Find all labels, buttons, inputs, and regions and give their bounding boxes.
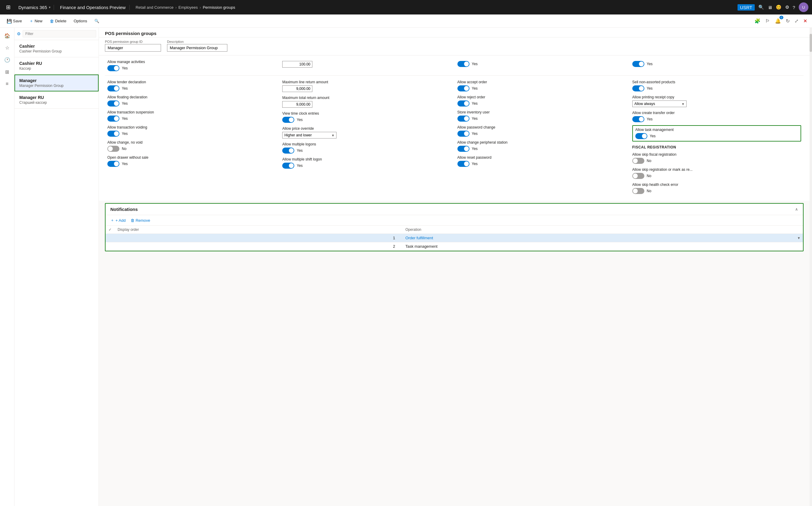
search-action-button[interactable]: 🔍	[91, 17, 102, 25]
perm-open-drawer-toggle[interactable]	[107, 161, 119, 167]
monitor-icon[interactable]: 🖥	[768, 5, 772, 10]
list-item-manager-ru[interactable]: Manager RU Старший кассир	[14, 91, 99, 109]
star-icon[interactable]: ☆	[2, 42, 13, 53]
refresh-icon[interactable]: ↻	[785, 17, 791, 25]
notif-row-1[interactable]: 1 Order fulfillment ▾	[106, 234, 803, 242]
perm-change-novoid-toggle[interactable]	[107, 146, 119, 152]
notifications-table: ✓ Display order Operation 1 Order fulfil…	[106, 226, 803, 251]
perm-pwd-change-toggle[interactable]	[458, 131, 470, 137]
action-bar-right: 🧩 🏳 🔔0 ↻ ⤢ ✕	[753, 17, 808, 25]
perm-max-total-label: Maximum total return amount	[282, 96, 451, 100]
remove-icon: 🗑	[130, 218, 134, 223]
perm-col4-toggle-ctrl[interactable]	[632, 61, 644, 67]
grid-icon[interactable]: ⊞	[2, 66, 13, 77]
notifications-actions: ＋ + Add 🗑 Remove	[106, 215, 803, 226]
perm-reset-pwd-label: Allow reset password	[458, 155, 626, 160]
save-button[interactable]: 💾 Save	[4, 17, 25, 25]
perm-view-time-toggle[interactable]	[282, 117, 294, 123]
list-icon[interactable]: ≡	[2, 78, 13, 89]
perm-txn-suspend-toggle[interactable]	[107, 115, 119, 121]
breadcrumb-employees[interactable]: Employees	[179, 5, 198, 10]
perm-reject-order: Allow reject order Yes	[455, 93, 629, 108]
new-button[interactable]: ＋ New	[26, 17, 45, 26]
perm-multi-shift-toggle[interactable]	[282, 163, 294, 169]
puzzle-icon[interactable]: 🧩	[753, 17, 762, 25]
filter-icon[interactable]: ⚙	[17, 31, 21, 36]
flag-icon[interactable]: 🏳	[764, 17, 771, 25]
perm-reject-order-value: Yes	[472, 101, 478, 106]
perm-skip-health: Allow skip health check error No	[630, 181, 804, 196]
perm-max-line-input[interactable]	[282, 85, 312, 92]
perm-price-override-select[interactable]: Higher and lower Higher only Lower only …	[282, 132, 336, 139]
user-badge[interactable]: USRT	[737, 4, 755, 11]
delete-button[interactable]: 🗑 Delete	[47, 17, 70, 25]
options-button[interactable]: Options	[71, 17, 90, 25]
notifications-remove-button[interactable]: 🗑 Remove	[130, 218, 150, 223]
list-item-manager-title: Manager	[19, 78, 94, 83]
breadcrumb-retail[interactable]: Retail and Commerce	[136, 5, 174, 10]
home-icon[interactable]: 🏠	[2, 30, 13, 41]
perm-accept-order: Allow accept order Yes	[455, 78, 629, 93]
notif-row-2[interactable]: 2 Task management	[106, 242, 803, 251]
notif-row-2-check[interactable]	[106, 242, 115, 251]
apps-grid-icon[interactable]: ⊞	[4, 2, 13, 13]
perm-open-drawer-value: Yes	[122, 162, 128, 166]
perm-reset-pwd-toggle[interactable]	[458, 161, 470, 167]
perm-accept-order-toggle[interactable]	[458, 85, 470, 91]
perm-sell-nonassorted-toggle[interactable]	[632, 85, 644, 91]
perm-multi-logon-toggle[interactable]	[282, 148, 294, 154]
notif-row-1-chevron: ▾	[798, 236, 800, 240]
perm-create-transfer-toggle[interactable]	[632, 116, 644, 122]
close-icon[interactable]: ✕	[802, 17, 808, 25]
perm-max-total-input[interactable]	[282, 101, 312, 108]
brand-button[interactable]: Dynamics 365 ▾	[15, 5, 54, 10]
perm-skip-reg-toggle[interactable]	[632, 173, 644, 179]
perm-store-inventory-toggle[interactable]	[458, 115, 470, 121]
desc-input[interactable]	[167, 44, 227, 52]
filter-input[interactable]	[23, 30, 96, 37]
id-input[interactable]	[105, 44, 161, 52]
perm-skip-health-toggle[interactable]	[632, 188, 644, 194]
perm-txn-void-toggle[interactable]	[107, 131, 119, 137]
perm-input-100-field[interactable]	[282, 61, 312, 68]
perm-price-override: Allow price override Higher and lower Hi…	[280, 124, 453, 140]
action-bar: 💾 Save ＋ New 🗑 Delete Options 🔍 🧩 🏳 🔔0 ↻…	[0, 14, 812, 28]
notif-row-1-check[interactable]	[106, 234, 115, 242]
face-icon[interactable]: 😊	[776, 5, 782, 10]
perm-float-decl-toggle[interactable]	[107, 100, 119, 106]
perm-max-total-return: Maximum total return amount	[280, 94, 453, 109]
perm-multi-logon-value: Yes	[297, 149, 303, 153]
page-title-section: POS permission groups	[99, 28, 810, 37]
help-icon[interactable]: ?	[793, 5, 795, 10]
perm-col3-toggle-ctrl[interactable]	[458, 61, 470, 67]
list-item-cashier-ru[interactable]: Cashier RU Кассир	[14, 57, 99, 75]
perm-change-periph-toggle[interactable]	[458, 146, 470, 152]
perm-tender-decl-toggle[interactable]	[107, 85, 119, 91]
list-item-cashier[interactable]: Cashier Cashier Permission Group	[14, 40, 99, 57]
perm-allow-manage-value: Yes	[122, 66, 128, 70]
notifications-collapse-icon[interactable]: ∧	[795, 207, 798, 212]
app-title: Finance and Operations Preview	[57, 5, 130, 10]
avatar[interactable]: U	[799, 2, 808, 12]
list-item-manager[interactable]: Manager Manager Permission Group	[14, 75, 99, 91]
perm-change-novoid-value: No	[122, 147, 126, 151]
expand-icon[interactable]: ⤢	[793, 17, 800, 25]
perm-multi-shift: Allow multiple shift logon Yes	[280, 155, 453, 170]
scrollbar-track[interactable]	[810, 28, 812, 506]
perm-allow-manage-toggle[interactable]	[107, 65, 119, 71]
clock-icon[interactable]: 🕐	[2, 54, 13, 65]
bell-icon[interactable]: 🔔0	[774, 17, 782, 25]
settings-icon[interactable]: ⚙	[785, 5, 789, 10]
desc-label: Description	[167, 40, 227, 44]
search-icon[interactable]: 🔍	[758, 5, 764, 10]
perm-open-drawer-label: Open drawer without sale	[107, 155, 276, 160]
perm-print-receipt-select[interactable]: Allow always Never Ask	[632, 100, 687, 107]
save-icon: 💾	[7, 19, 12, 23]
perm-skip-fiscal-toggle[interactable]	[632, 158, 644, 164]
scrollbar-thumb[interactable]	[810, 34, 812, 52]
perm-task-mgmt-toggle[interactable]	[635, 133, 647, 139]
notifications-add-button[interactable]: ＋ + Add	[110, 218, 126, 223]
perm-skip-fiscal: Allow skip fiscal registration No	[630, 151, 804, 166]
notif-row-1-operation-link[interactable]: Order fulfillment	[406, 236, 433, 240]
perm-reject-order-toggle[interactable]	[458, 100, 470, 106]
